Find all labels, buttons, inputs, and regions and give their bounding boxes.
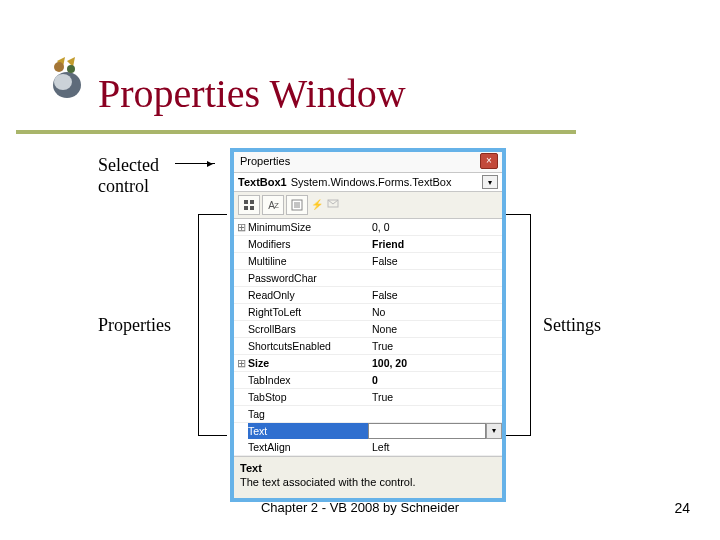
property-row[interactable]: TabIndex0 — [234, 372, 502, 389]
properties-grid[interactable]: ⊞MinimumSize0, 0ModifiersFriendMultiline… — [234, 219, 502, 456]
property-row[interactable]: ⊞MinimumSize0, 0 — [234, 219, 502, 236]
chevron-down-icon[interactable]: ▾ — [486, 423, 502, 439]
property-value[interactable] — [368, 423, 486, 439]
property-value[interactable]: 100, 20 — [368, 355, 502, 371]
svg-point-3 — [67, 65, 75, 73]
property-value[interactable]: 0 — [368, 372, 502, 388]
events-icon[interactable]: ⚡ — [310, 195, 324, 213]
categorized-icon[interactable] — [238, 195, 260, 215]
svg-rect-4 — [244, 200, 248, 204]
description-body: The text associated with the control. — [240, 475, 496, 489]
expander-icon — [234, 321, 248, 337]
property-name: TextAlign — [248, 439, 368, 455]
expander-icon — [234, 338, 248, 354]
property-name: PasswordChar — [248, 270, 368, 286]
page-number: 24 — [674, 500, 690, 516]
property-name: Modifiers — [248, 236, 368, 252]
bracket-right — [502, 214, 531, 436]
property-row[interactable]: PasswordChar — [234, 270, 502, 287]
property-value[interactable]: 0, 0 — [368, 219, 502, 235]
property-name: ReadOnly — [248, 287, 368, 303]
property-name: MinimumSize — [248, 219, 368, 235]
property-row[interactable]: ShortcutsEnabledTrue — [234, 338, 502, 355]
properties-window-caption: Properties — [240, 155, 290, 167]
svg-point-1 — [54, 74, 72, 90]
property-name: Tag — [248, 406, 368, 422]
property-value[interactable]: True — [368, 389, 502, 405]
description-title: Text — [240, 461, 496, 475]
property-value[interactable]: No — [368, 304, 502, 320]
property-row[interactable]: ⊞Size100, 20 — [234, 355, 502, 372]
property-name: Size — [248, 355, 368, 371]
property-row[interactable]: Tag — [234, 406, 502, 423]
expander-icon — [234, 406, 248, 422]
property-description: Text The text associated with the contro… — [234, 456, 502, 498]
property-row[interactable]: ScrollBarsNone — [234, 321, 502, 338]
arrow-selected — [175, 163, 215, 164]
callout-selected-control: Selected control — [98, 155, 159, 196]
title-rule — [16, 130, 576, 134]
close-icon[interactable]: × — [480, 153, 498, 169]
svg-point-2 — [54, 62, 64, 72]
expander-icon — [234, 423, 248, 439]
property-row[interactable]: ModifiersFriend — [234, 236, 502, 253]
property-name: TabStop — [248, 389, 368, 405]
property-name: TabIndex — [248, 372, 368, 388]
property-name: ShortcutsEnabled — [248, 338, 368, 354]
logo-icon — [45, 55, 85, 100]
expander-icon — [234, 439, 248, 455]
svg-rect-7 — [250, 206, 254, 210]
property-name: Multiline — [248, 253, 368, 269]
property-name: Text — [248, 423, 368, 439]
property-value[interactable]: False — [368, 287, 502, 303]
property-value[interactable] — [368, 406, 502, 422]
footer-text: Chapter 2 - VB 2008 by Schneider — [0, 500, 720, 515]
properties-page-icon[interactable] — [286, 195, 308, 215]
properties-window-titlebar: Properties × — [234, 152, 502, 172]
object-type: System.Windows.Forms.TextBox — [291, 176, 452, 188]
slide-root: Properties Window Selected control Prope… — [0, 0, 720, 540]
expander-icon — [234, 287, 248, 303]
svg-rect-6 — [244, 206, 248, 210]
expander-icon — [234, 270, 248, 286]
property-row[interactable]: TabStopTrue — [234, 389, 502, 406]
callout-settings: Settings — [543, 315, 601, 336]
expander-icon — [234, 236, 248, 252]
expander-icon[interactable]: ⊞ — [234, 355, 248, 371]
expander-icon — [234, 389, 248, 405]
property-row[interactable]: RightToLeftNo — [234, 304, 502, 321]
object-name: TextBox1 — [238, 176, 287, 188]
svg-rect-5 — [250, 200, 254, 204]
messages-icon[interactable] — [326, 195, 340, 213]
property-value[interactable]: True — [368, 338, 502, 354]
property-value[interactable]: Left — [368, 439, 502, 455]
callout-properties: Properties — [98, 315, 171, 336]
property-value[interactable]: Friend — [368, 236, 502, 252]
expander-icon[interactable]: ⊞ — [234, 219, 248, 235]
property-value[interactable]: None — [368, 321, 502, 337]
properties-window: Properties × TextBox1 System.Windows.For… — [230, 148, 506, 502]
property-name: ScrollBars — [248, 321, 368, 337]
property-row[interactable]: Text▾ — [234, 423, 502, 439]
expander-icon — [234, 304, 248, 320]
alphabetical-icon[interactable]: AZ — [262, 195, 284, 215]
expander-icon — [234, 253, 248, 269]
property-row[interactable]: MultilineFalse — [234, 253, 502, 270]
object-selector[interactable]: TextBox1 System.Windows.Forms.TextBox ▾ — [234, 172, 502, 192]
slide-title: Properties Window — [98, 70, 406, 117]
property-row[interactable]: ReadOnlyFalse — [234, 287, 502, 304]
property-row[interactable]: TextAlignLeft — [234, 439, 502, 456]
property-value[interactable] — [368, 270, 502, 286]
property-name: RightToLeft — [248, 304, 368, 320]
properties-toolbar: AZ ⚡ — [234, 192, 502, 219]
bracket-left — [198, 214, 227, 436]
expander-icon — [234, 372, 248, 388]
property-value[interactable]: False — [368, 253, 502, 269]
chevron-down-icon[interactable]: ▾ — [482, 175, 498, 189]
